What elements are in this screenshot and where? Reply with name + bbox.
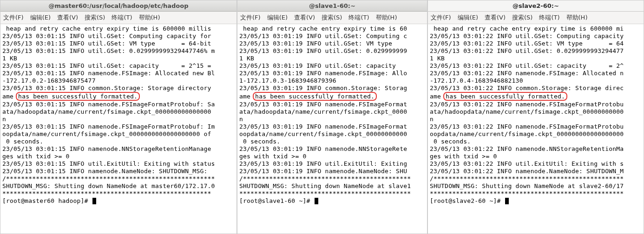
shell-prompt: [root@slave2-60 ~]# <box>430 197 505 204</box>
menu-edit[interactable]: 编辑(E) <box>267 13 288 22</box>
menu-bar: 文件(F) 编辑(E) 查看(V) 搜索(S) 终端(T) 帮助(H) <box>237 12 427 24</box>
menu-view[interactable]: 查看(V) <box>294 13 315 22</box>
window-title: @slave1-60:~ <box>237 0 427 12</box>
highlight-success-format: has been successfully formatted. <box>443 92 567 101</box>
menu-help[interactable]: 帮助(H) <box>566 13 588 22</box>
menu-terminal[interactable]: 终端(T) <box>539 13 559 22</box>
menu-terminal[interactable]: 终端(T) <box>112 13 132 22</box>
cursor-icon <box>315 198 318 204</box>
window-title: @master60:/usr/local/hadoop/etc/hadoop <box>0 0 237 12</box>
terminal-window-master60: @master60:/usr/local/hadoop/etc/hadoop 文… <box>0 0 237 234</box>
highlight-success-format: has been successfully formatted. <box>253 92 377 101</box>
menu-help[interactable]: 帮助(H) <box>376 13 397 22</box>
menu-view[interactable]: 查看(V) <box>57 13 78 22</box>
terminal-output[interactable]: heap and retry cache entry expiry time i… <box>428 24 644 234</box>
menu-file[interactable]: 文件(F) <box>431 13 451 22</box>
menu-terminal[interactable]: 终端(T) <box>348 13 369 22</box>
highlight-success-format: has been successfully formatted. <box>16 92 140 101</box>
menu-search[interactable]: 搜索(S) <box>512 13 532 22</box>
menu-bar: 文件(F) 编辑(E) 查看(V) 搜索(S) 终端(T) 帮助(H) <box>0 12 237 24</box>
menu-help[interactable]: 帮助(H) <box>139 13 160 22</box>
cursor-icon <box>92 198 96 204</box>
terminal-output[interactable]: heap and retry cache entry expiry time i… <box>237 24 427 234</box>
menu-search[interactable]: 搜索(S) <box>322 13 342 22</box>
menu-file[interactable]: 文件(F) <box>3 13 24 22</box>
menu-edit[interactable]: 编辑(E) <box>30 13 51 22</box>
menu-view[interactable]: 查看(V) <box>485 13 506 22</box>
cursor-icon <box>505 198 509 204</box>
window-title: @slave2-60:~ <box>428 0 644 12</box>
terminal-window-slave1: @slave1-60:~ 文件(F) 编辑(E) 查看(V) 搜索(S) 终端(… <box>237 0 427 234</box>
shell-prompt: [root@slave1-60 ~]# <box>239 197 314 204</box>
menu-file[interactable]: 文件(F) <box>240 13 261 22</box>
menu-search[interactable]: 搜索(S) <box>85 13 105 22</box>
shell-prompt: [root@master60 hadoop]# <box>2 197 92 204</box>
menu-bar: 文件(F) 编辑(E) 查看(V) 搜索(S) 终端(T) 帮助(H) <box>428 12 644 24</box>
terminal-window-slave2: @slave2-60:~ 文件(F) 编辑(E) 查看(V) 搜索(S) 终端(… <box>427 0 644 234</box>
menu-edit[interactable]: 编辑(E) <box>458 13 478 22</box>
terminal-output[interactable]: heap and retry cache entry expiry time i… <box>0 24 237 234</box>
